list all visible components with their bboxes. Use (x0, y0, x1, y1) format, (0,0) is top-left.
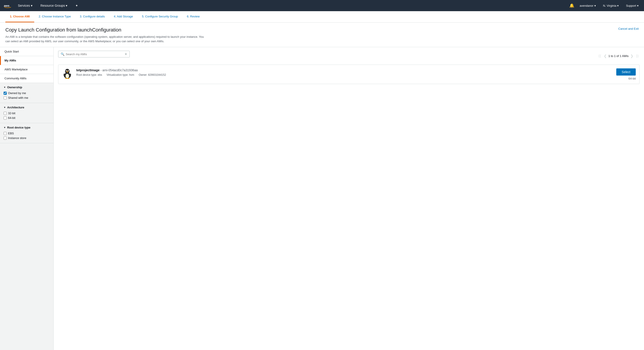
search-icon: 🔍 (60, 52, 64, 56)
owned-by-me-checkbox[interactable] (4, 92, 7, 95)
root-device-type-filter-header[interactable]: Root device type (4, 126, 50, 129)
wizard-step-configure-details[interactable]: 3. Configure details (75, 11, 109, 22)
root-device-type-chevron-icon (4, 126, 6, 129)
architecture-64bit-option[interactable]: 64-bit (4, 116, 50, 120)
sidebar-item-quick-start[interactable]: Quick Start (0, 47, 54, 56)
bookmarks-button[interactable]: ✦ (74, 3, 80, 8)
architecture-chevron-icon (4, 106, 6, 109)
ami-meta: Root device type: ebs Virtualization typ… (76, 73, 613, 76)
ami-item: tetprojectImage - ami-054acd0c7a31936aa … (58, 65, 639, 84)
support-label: Support (626, 4, 636, 7)
sidebar-item-community-amis[interactable]: Community AMIs (0, 74, 54, 83)
support-menu[interactable]: Support ▾ (624, 3, 640, 8)
services-label: Services (18, 4, 30, 7)
architecture-32bit-checkbox[interactable] (4, 112, 7, 115)
services-chevron-icon: ▾ (31, 4, 32, 7)
wizard-step-choose-ami[interactable]: 1. Choose AMI (5, 11, 34, 22)
architecture-filter-label: Architecture (7, 106, 24, 109)
shared-with-me-checkbox[interactable] (4, 96, 7, 99)
pagination-first-button[interactable]: ⟨⟨ (598, 53, 602, 58)
architecture-64bit-label: 64-bit (8, 116, 16, 120)
svg-point-8 (67, 71, 68, 72)
sidebar-item-aws-marketplace[interactable]: AWS Marketplace (0, 65, 54, 74)
wizard-step-choose-instance-type[interactable]: 2. Choose Instance Type (34, 11, 75, 22)
architecture-64bit-checkbox[interactable] (4, 116, 7, 120)
root-device-instance-store-option[interactable]: Instance store (4, 136, 50, 140)
svg-point-3 (65, 69, 70, 74)
ami-virtualization-type: Virtualization type: hvm (106, 73, 134, 76)
root-device-instance-store-checkbox[interactable] (4, 137, 7, 140)
ami-bit-label: 64-bit (628, 77, 636, 80)
ownership-filter-section: Ownership Owned by me Shared with me (0, 83, 54, 103)
services-menu[interactable]: Services ▾ (16, 3, 34, 8)
username-label: avendanor (580, 4, 593, 7)
wizard-step-review[interactable]: 6. Review (182, 11, 204, 22)
architecture-32bit-option[interactable]: 32-bit (4, 111, 50, 116)
cancel-exit-link[interactable]: Cancel and Exit (618, 27, 639, 30)
wizard-step-review-link[interactable]: 6. Review (187, 15, 200, 18)
ownership-chevron-icon (4, 86, 6, 88)
ami-list: tetprojectImage - ami-054acd0c7a31936aa … (58, 65, 640, 84)
support-chevron-icon: ▾ (637, 4, 639, 7)
ami-logo (62, 68, 73, 79)
wizard-step-add-storage[interactable]: 4. Add Storage (109, 11, 138, 22)
svg-point-2 (66, 74, 69, 78)
pagination-last-button[interactable]: ⟩⟩ (635, 53, 640, 58)
top-navigation: aws Services ▾ Resource Groups ▾ ✦ 🔔 ave… (0, 0, 644, 11)
ownership-owned-by-me-option[interactable]: Owned by me (4, 91, 50, 95)
root-device-ebs-label: EBS (8, 132, 14, 135)
ami-owner: Owner: 829931044152 (139, 73, 166, 76)
right-panel: 🔍 ✕ ⟨⟨ ❮ 1 to 1 of 1 AMIs ❯ ⟩⟩ (54, 47, 644, 350)
svg-point-10 (68, 78, 69, 79)
architecture-filter-section: Architecture 32-bit 64-bit (0, 103, 54, 123)
user-menu[interactable]: avendanor ▾ (578, 3, 598, 8)
svg-point-6 (66, 71, 67, 71)
resource-groups-menu[interactable]: Resource Groups ▾ (39, 3, 69, 8)
search-input[interactable] (66, 52, 124, 56)
root-device-type-filter-label: Root device type (7, 126, 30, 129)
user-chevron-icon: ▾ (594, 4, 596, 7)
ownership-filter-label: Ownership (7, 86, 22, 89)
linux-penguin-icon (63, 68, 72, 79)
region-chevron-icon: ▾ (617, 4, 619, 7)
clear-search-icon[interactable]: ✕ (124, 52, 127, 56)
main-content: Copy Launch Configuration from launchCon… (0, 22, 644, 350)
aws-logo[interactable]: aws (4, 1, 12, 9)
sidebar: Quick Start My AMIs AWS Marketplace Comm… (0, 47, 54, 350)
select-ami-button[interactable]: Select (616, 68, 636, 75)
wizard-step-choose-instance-type-link[interactable]: 2. Choose Instance Type (39, 15, 71, 18)
owned-by-me-label: Owned by me (8, 91, 26, 95)
pagination: ⟨⟨ ❮ 1 to 1 of 1 AMIs ❯ ⟩⟩ (598, 53, 640, 58)
notification-bell-icon[interactable]: 🔔 (569, 3, 574, 8)
wizard-step-configure-security-group[interactable]: 5. Configure Security Group (138, 11, 182, 22)
architecture-filter-header[interactable]: Architecture (4, 106, 50, 109)
root-device-ebs-checkbox[interactable] (4, 132, 7, 135)
wizard-steps: 1. Choose AMI 2. Choose Instance Type 3.… (0, 11, 644, 22)
root-device-type-filter-section: Root device type EBS Instance store (0, 123, 54, 143)
svg-point-7 (68, 71, 68, 71)
wizard-step-add-storage-link[interactable]: 4. Add Storage (114, 15, 133, 18)
search-bar[interactable]: 🔍 ✕ (58, 51, 130, 57)
root-device-ebs-option[interactable]: EBS (4, 131, 50, 136)
page-header: Copy Launch Configuration from launchCon… (0, 22, 644, 47)
sidebar-item-my-amis[interactable]: My AMIs (0, 56, 54, 65)
region-menu[interactable]: N. Virginia ▾ (601, 3, 621, 8)
pagination-text: 1 to 1 of 1 AMIs (608, 54, 628, 58)
ami-actions: Select 64-bit (616, 68, 636, 80)
shared-with-me-label: Shared with me (8, 96, 28, 99)
ami-id: - ami-054acd0c7a31936aa (100, 68, 138, 72)
wizard-step-configure-security-group-link[interactable]: 5. Configure Security Group (142, 15, 178, 18)
ownership-shared-with-me-option[interactable]: Shared with me (4, 95, 50, 100)
pagination-next-button[interactable]: ❯ (630, 53, 634, 58)
ami-name: tetprojectImage - ami-054acd0c7a31936aa (76, 68, 613, 72)
ami-info: tetprojectImage - ami-054acd0c7a31936aa … (76, 68, 613, 76)
region-label: N. Virginia (603, 4, 616, 7)
pagination-prev-button[interactable]: ❮ (603, 53, 608, 58)
architecture-32bit-label: 32-bit (8, 111, 16, 115)
svg-point-9 (65, 78, 67, 79)
ami-root-device-type: Root device type: ebs (76, 73, 102, 76)
svg-text:aws: aws (4, 4, 10, 7)
ownership-filter-header[interactable]: Ownership (4, 86, 50, 89)
resource-groups-chevron-icon: ▾ (66, 4, 67, 7)
wizard-step-configure-details-link[interactable]: 3. Configure details (80, 15, 105, 18)
